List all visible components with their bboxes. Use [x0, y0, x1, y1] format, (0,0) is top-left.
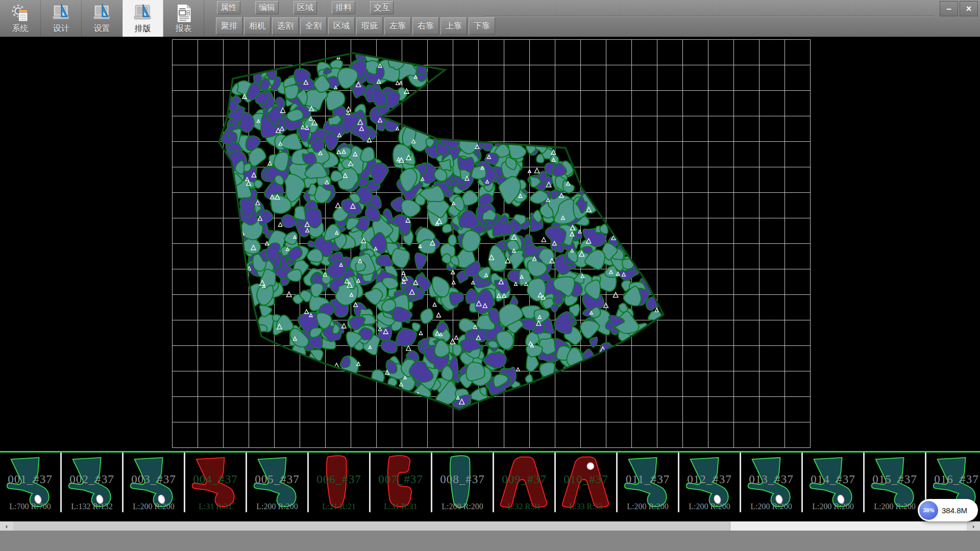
tool-bar: 聚排相机选割全割区域瑕疵左靠右靠上靠下靠 — [216, 17, 497, 35]
piece-name: 001_#37 — [0, 473, 60, 486]
piece-thumbnail[interactable]: 011_#37L:200 R:200 — [618, 453, 679, 512]
design-ruler-icon — [51, 3, 72, 24]
piece-name: 012_#37 — [679, 473, 740, 486]
menu-interact[interactable]: 交互 — [370, 1, 394, 14]
tool-cluster-nest[interactable]: 聚排 — [216, 17, 242, 35]
cpu-percent-badge: 38% — [919, 501, 938, 520]
nav-tab-design[interactable]: 设计 — [41, 0, 82, 37]
piece-stats: L:200 R:200 — [618, 502, 678, 511]
piece-thumbnail[interactable]: 010_#37L:33 R:33 — [556, 453, 618, 512]
piece-name: 011_#37 — [618, 473, 678, 486]
piece-stats: L:200 R:200 — [865, 502, 925, 511]
app-window: 系统设计设置排版报表 属性编辑区域排料交互 聚排相机选割全割区域瑕疵左靠右靠上靠… — [0, 0, 980, 551]
piece-stats: L:32 R:31 — [494, 502, 554, 511]
piece-thumbnail[interactable]: 003_#37L:200 R:200 — [124, 453, 185, 512]
piece-thumbnail-strip: 001_#37L:700 R:700002_#37L:132 R:132003_… — [0, 451, 980, 512]
piece-name: 005_#37 — [247, 473, 307, 486]
piece-thumbnail[interactable]: 005_#37L:200 R:200 — [247, 453, 309, 512]
menu-edit[interactable]: 编辑 — [255, 1, 279, 14]
piece-name: 004_#37 — [185, 473, 246, 486]
piece-name: 014_#37 — [803, 473, 863, 486]
taskbar — [0, 531, 980, 551]
piece-stats: L:200 R:200 — [741, 502, 801, 511]
nesting-canvas[interactable] — [0, 37, 980, 451]
tool-snap-bottom[interactable]: 下靠 — [469, 17, 495, 35]
tool-select-cut[interactable]: 选割 — [272, 17, 299, 35]
tool-snap-left[interactable]: 左靠 — [384, 17, 411, 35]
header-toolbar: 系统设计设置排版报表 属性编辑区域排料交互 聚排相机选割全割区域瑕疵左靠右靠上靠… — [0, 0, 980, 37]
piece-stats: L:200 R:200 — [803, 502, 863, 511]
piece-thumbnail[interactable]: 004_#37L:31 R:31 — [185, 453, 247, 512]
piece-name: 006_#37 — [309, 473, 369, 486]
design-ruler-icon — [132, 3, 154, 24]
piece-name: 013_#37 — [741, 473, 801, 486]
piece-stats: L:200 R:200 — [679, 502, 740, 511]
nav-tabs: 系统设计设置排版报表 — [0, 0, 204, 37]
tool-cut-all[interactable]: 全割 — [300, 17, 327, 35]
piece-name: 002_#37 — [62, 473, 122, 486]
tool-camera[interactable]: 相机 — [244, 17, 271, 35]
nav-tab-label: 设置 — [94, 23, 110, 34]
scroll-left-button[interactable]: ‹ — [0, 521, 13, 531]
memory-badge[interactable]: 38% 384.8M — [918, 499, 978, 521]
piece-thumbnail[interactable]: 012_#37L:200 R:200 — [679, 453, 741, 512]
piece-stats: L:200 R:200 — [432, 502, 493, 511]
piece-thumbnail[interactable]: 002_#37L:132 R:132 — [62, 453, 124, 512]
piece-name: 016_#37 — [926, 473, 980, 486]
close-button[interactable]: × — [960, 1, 978, 16]
piece-thumbnail[interactable]: 013_#37L:200 R:200 — [741, 453, 803, 512]
piece-name: 009_#37 — [494, 473, 554, 486]
piece-stats: L:200 R:200 — [124, 502, 184, 511]
window-controls: – × — [940, 1, 978, 16]
piece-thumbnail[interactable]: 014_#37L:200 R:200 — [803, 453, 865, 512]
piece-stats: L:31 R:31 — [185, 502, 246, 511]
report-document-icon — [173, 3, 194, 24]
piece-name: 007_#37 — [371, 473, 431, 486]
piece-name: 008_#37 — [432, 473, 493, 486]
strip-bottom-gap — [0, 512, 980, 521]
piece-name: 015_#37 — [865, 473, 925, 486]
menu-attributes[interactable]: 属性 — [217, 1, 240, 14]
nav-tab-label: 排版 — [135, 23, 151, 34]
nav-tab-settings[interactable]: 设置 — [82, 0, 122, 37]
piece-thumbnail[interactable]: 009_#37L:32 R:31 — [494, 453, 556, 512]
tool-snap-right[interactable]: 右靠 — [412, 17, 439, 35]
scrollbar-thumb[interactable] — [13, 521, 730, 531]
piece-thumbnail[interactable]: 008_#37L:200 R:200 — [432, 453, 494, 512]
tool-snap-top[interactable]: 上靠 — [440, 17, 467, 35]
tool-defect[interactable]: 瑕疵 — [356, 17, 383, 35]
header-groove — [485, 16, 934, 16]
tool-region[interactable]: 区域 — [328, 17, 355, 35]
piece-name: 010_#37 — [556, 473, 616, 486]
memory-value: 384.8M — [942, 506, 967, 515]
menu-bar: 属性编辑区域排料交互 — [217, 1, 408, 15]
menu-region[interactable]: 区域 — [293, 1, 317, 14]
nav-tab-label: 报表 — [176, 23, 192, 34]
piece-stats: L:33 R:33 — [556, 502, 616, 511]
nav-tab-system[interactable]: 系统 — [0, 0, 41, 37]
piece-stats: L:21 R:21 — [309, 502, 369, 511]
nav-tab-label: 系统 — [12, 23, 29, 34]
piece-thumbnail[interactable]: 006_#37L:21 R:21 — [309, 453, 371, 512]
menu-nesting[interactable]: 排料 — [332, 1, 355, 14]
thumbnail-scrollbar[interactable]: ‹ › — [0, 521, 980, 531]
nav-tab-label: 设计 — [53, 23, 69, 34]
nav-tab-report[interactable]: 报表 — [163, 0, 204, 37]
piece-thumbnail[interactable]: 001_#37L:700 R:700 — [0, 453, 62, 512]
minimize-button[interactable]: – — [940, 1, 958, 16]
nav-tab-layout[interactable]: 排版 — [122, 0, 163, 37]
piece-thumbnail-list: 001_#37L:700 R:700002_#37L:132 R:132003_… — [0, 453, 980, 512]
piece-name: 003_#37 — [124, 473, 184, 486]
piece-thumbnail[interactable]: 015_#37L:200 R:200 — [865, 453, 926, 512]
scroll-right-button[interactable]: › — [967, 521, 980, 531]
design-ruler-icon — [91, 3, 113, 24]
piece-stats: L:200 R:200 — [247, 502, 307, 511]
piece-thumbnail[interactable]: 007_#37L:31 R:31 — [371, 453, 432, 512]
piece-stats: L:132 R:132 — [62, 502, 122, 511]
piece-stats: L:31 R:31 — [371, 502, 431, 511]
gear-icon — [10, 3, 31, 24]
piece-stats: L:700 R:700 — [0, 502, 60, 511]
